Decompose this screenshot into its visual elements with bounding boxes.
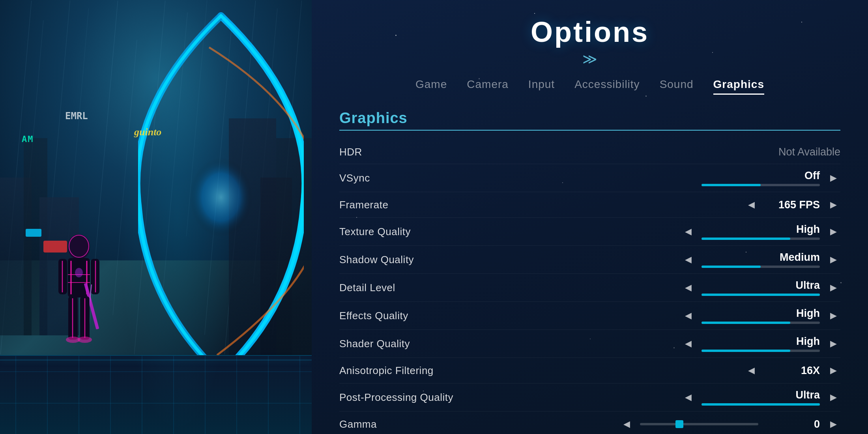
postprocess-arrow-left[interactable]: ◀	[681, 390, 695, 404]
setting-value-aniso: 16X	[765, 365, 820, 377]
svg-point-19	[78, 337, 92, 343]
tab-graphics[interactable]: Graphics	[713, 78, 764, 94]
setting-row-vsync: VSync Off ▶	[339, 164, 840, 192]
setting-control-shadow: ◀ Medium ▶	[497, 251, 840, 268]
tab-sound[interactable]: Sound	[660, 78, 694, 94]
setting-control-gamma: ◀ 0 ▶	[497, 417, 840, 431]
setting-row-shader: Shader Quality ◀ High ▶	[339, 330, 840, 358]
city-text-am: AM	[22, 134, 34, 144]
vsync-track	[702, 184, 820, 186]
shadow-slider: Medium	[702, 251, 820, 268]
shadow-arrow-left[interactable]: ◀	[681, 253, 695, 267]
setting-row-hdr: HDR Not Available	[339, 140, 840, 164]
tab-game[interactable]: Game	[415, 78, 447, 94]
setting-value-postprocess: Ultra	[765, 389, 820, 401]
setting-value-vsync: Off	[765, 170, 820, 182]
setting-label-effects: Effects Quality	[339, 310, 489, 322]
svg-point-20	[75, 268, 83, 277]
detail-track	[702, 294, 820, 296]
setting-control-hdr: Not Available	[497, 146, 840, 158]
settings-panel: Graphics HDR Not Available VSync Off ▶	[324, 110, 856, 434]
setting-row-gamma: Gamma ◀ 0 ▶	[339, 412, 840, 434]
setting-label-aniso: Anisotropic Filtering	[339, 365, 489, 377]
setting-control-texture: ◀ High ▶	[497, 223, 840, 240]
setting-value-texture: High	[765, 223, 820, 236]
svg-point-1	[68, 234, 90, 260]
setting-value-hdr: Not Available	[778, 146, 840, 158]
vsync-fill	[702, 184, 761, 186]
setting-row-detail: Detail Level ◀ Ultra ▶	[339, 274, 840, 302]
setting-label-vsync: VSync	[339, 172, 489, 184]
detail-arrow-left[interactable]: ◀	[681, 281, 695, 295]
detail-slider: Ultra	[702, 279, 820, 296]
postprocess-arrow-right[interactable]: ▶	[826, 390, 840, 404]
chevron-icon: ≫	[582, 52, 597, 66]
section-title: Graphics	[339, 110, 840, 131]
setting-control-aniso: ◀ 16X ▶	[497, 363, 840, 378]
setting-label-gamma: Gamma	[339, 418, 489, 430]
setting-label-shader: Shader Quality	[339, 338, 489, 350]
setting-value-framerate: 165 FPS	[765, 199, 820, 211]
gamma-arrow-left[interactable]: ◀	[619, 417, 634, 431]
setting-value-detail: Ultra	[765, 279, 820, 292]
setting-row-aniso: Anisotropic Filtering ◀ 16X ▶	[339, 358, 840, 383]
screenshot-panel: AM EMRL guinto	[0, 0, 312, 434]
gamma-marker	[675, 420, 683, 428]
framerate-arrow-left[interactable]: ◀	[744, 198, 758, 212]
floor-glow	[0, 355, 312, 434]
detail-fill	[702, 294, 820, 296]
setting-value-shader: High	[765, 335, 820, 348]
setting-row-texture: Texture Quality ◀ High ▶	[339, 218, 840, 246]
setting-control-effects: ◀ High ▶	[497, 307, 840, 324]
setting-label-shadow: Shadow Quality	[339, 254, 489, 266]
character	[47, 227, 110, 363]
shadow-arrow-right[interactable]: ▶	[826, 253, 840, 267]
texture-arrow-right[interactable]: ▶	[826, 224, 840, 239]
aniso-arrow-left[interactable]: ◀	[744, 363, 758, 378]
shader-slider: High	[702, 335, 820, 352]
setting-label-texture: Texture Quality	[339, 226, 489, 238]
setting-control-shader: ◀ High ▶	[497, 335, 840, 352]
setting-value-effects: High	[765, 307, 820, 320]
vsync-slider: Off	[702, 170, 820, 186]
setting-row-shadow: Shadow Quality ◀ Medium ▶	[339, 246, 840, 274]
setting-label-hdr: HDR	[339, 146, 489, 158]
setting-label-postprocess: Post-Processing Quality	[339, 391, 489, 404]
shader-arrow-left[interactable]: ◀	[681, 337, 695, 351]
setting-row-postprocess: Post-Processing Quality ◀ Ultra ▶	[339, 383, 840, 412]
shader-fill	[702, 350, 790, 352]
tab-input[interactable]: Input	[528, 78, 555, 94]
shadow-track	[702, 266, 820, 268]
gamma-slider[interactable]	[640, 423, 758, 425]
tabs-bar: Game Camera Input Accessibility Sound Gr…	[408, 78, 772, 94]
setting-row-effects: Effects Quality ◀ High ▶	[339, 302, 840, 330]
setting-value-shadow: Medium	[765, 251, 820, 264]
aniso-arrow-right[interactable]: ▶	[826, 363, 840, 378]
effects-arrow-right[interactable]: ▶	[826, 309, 840, 323]
detail-arrow-right[interactable]: ▶	[826, 281, 840, 295]
setting-label-framerate: Framerate	[339, 199, 489, 211]
svg-point-0	[189, 158, 253, 237]
options-panel: Options ≫ Game Camera Input Accessibilit…	[312, 0, 868, 434]
setting-control-framerate: ◀ 165 FPS ▶	[497, 198, 840, 212]
gamma-arrow-right[interactable]: ▶	[826, 417, 840, 431]
vsync-arrow-right[interactable]: ▶	[826, 171, 840, 185]
city-text-emrl: EMRL	[65, 110, 88, 122]
setting-value-gamma: 0	[765, 418, 820, 430]
setting-control-vsync: Off ▶	[497, 170, 840, 186]
effects-fill	[702, 322, 790, 324]
page-title: Options	[531, 16, 649, 48]
shader-arrow-right[interactable]: ▶	[826, 337, 840, 351]
tab-camera[interactable]: Camera	[467, 78, 509, 94]
framerate-arrow-right[interactable]: ▶	[826, 198, 840, 212]
postprocess-fill	[702, 403, 820, 406]
tab-accessibility[interactable]: Accessibility	[574, 78, 640, 94]
setting-control-detail: ◀ Ultra ▶	[497, 279, 840, 296]
setting-row-framerate: Framerate ◀ 165 FPS ▶	[339, 192, 840, 218]
city-text-guinto: guinto	[134, 126, 161, 138]
shader-track	[702, 350, 820, 352]
effects-arrow-left[interactable]: ◀	[681, 309, 695, 323]
postprocess-slider: Ultra	[702, 389, 820, 406]
neon-arc	[138, 8, 304, 383]
texture-arrow-left[interactable]: ◀	[681, 224, 695, 239]
